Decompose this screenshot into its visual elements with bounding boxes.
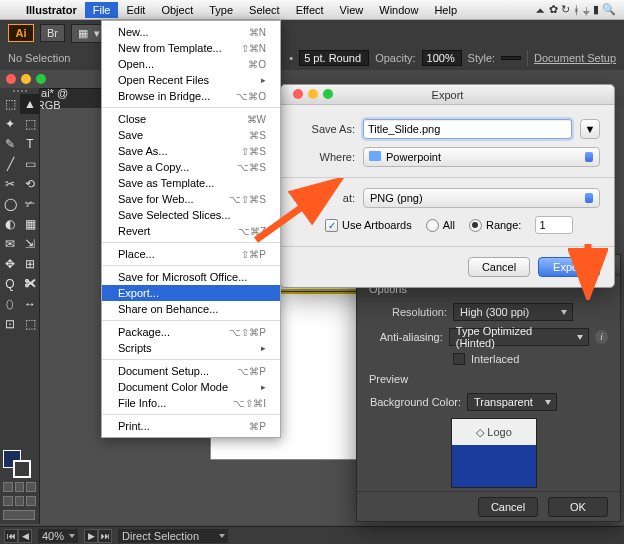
menu-window[interactable]: Window	[371, 2, 426, 18]
file-menu-item[interactable]: Print...⌘P	[102, 418, 280, 434]
png-ok-button[interactable]: OK	[548, 497, 608, 517]
tool-button[interactable]: ✃	[20, 194, 40, 214]
document-setup-link[interactable]: Document Setup	[534, 52, 616, 64]
tool-button[interactable]: ⊡	[0, 314, 20, 334]
tool-button[interactable]: ✎	[0, 134, 20, 154]
file-menu-item[interactable]: Share on Behance...	[102, 301, 280, 317]
file-menu-item[interactable]: New from Template...⇧⌘N	[102, 40, 280, 56]
tray-spotlight-icon[interactable]: 🔍	[602, 3, 616, 16]
app-name[interactable]: Illustrator	[18, 2, 85, 18]
stroke-profile-select[interactable]: 5 pt. Round	[299, 50, 369, 66]
tool-button[interactable]: ◐	[0, 214, 20, 234]
dialog-close-icon[interactable]	[293, 89, 303, 99]
tool-button[interactable]: ⬚	[0, 94, 20, 114]
file-menu-item[interactable]: Browse in Bridge...⌥⌘O	[102, 88, 280, 104]
tool-button[interactable]: ✂	[0, 174, 20, 194]
range-radio[interactable]: Range:	[469, 219, 521, 232]
close-window-icon[interactable]	[6, 74, 16, 84]
save-as-input[interactable]	[363, 119, 572, 139]
tool-button[interactable]: ⊞	[20, 254, 40, 274]
dialog-zoom-icon[interactable]	[323, 89, 333, 99]
info-icon[interactable]: i	[595, 330, 608, 344]
artboard-navigation[interactable]: ⏮◀	[4, 529, 32, 543]
resolution-select[interactable]: High (300 ppi)	[453, 303, 573, 321]
minimize-window-icon[interactable]	[21, 74, 31, 84]
tool-button[interactable]: ⬚	[20, 114, 40, 134]
menu-help[interactable]: Help	[426, 2, 465, 18]
resolution-label: Resolution:	[369, 306, 447, 318]
file-menu-item[interactable]: Scripts	[102, 340, 280, 356]
expand-dialog-button[interactable]: ▼	[580, 119, 600, 139]
current-tool-display[interactable]: Direct Selection	[118, 529, 228, 543]
tool-button[interactable]: ▭	[20, 154, 40, 174]
file-menu-item[interactable]: Document Color Mode	[102, 379, 280, 395]
tool-button[interactable]: ✦	[0, 114, 20, 134]
tool-button[interactable]: ╱	[0, 154, 20, 174]
artboard-navigation-2[interactable]: ▶⏭	[84, 529, 112, 543]
file-menu-item[interactable]: New...⌘N	[102, 24, 280, 40]
draw-inside-icon[interactable]	[26, 496, 36, 506]
tool-button[interactable]: ▦	[20, 214, 40, 234]
fill-stroke-swatches[interactable]	[0, 446, 39, 524]
file-menu-item[interactable]: Save a Copy...⌥⌘S	[102, 159, 280, 175]
file-menu-item[interactable]: Close⌘W	[102, 111, 280, 127]
opacity-field[interactable]: 100%	[422, 50, 462, 66]
tray-dropbox-icon[interactable]: ⏶	[535, 4, 546, 16]
file-menu-item[interactable]: Place...⇧⌘P	[102, 246, 280, 262]
menu-view[interactable]: View	[332, 2, 372, 18]
file-menu-item[interactable]: File Info...⌥⇧⌘I	[102, 395, 280, 411]
tool-button[interactable]: ✀	[20, 274, 40, 294]
zoom-level-select[interactable]: 40%	[38, 529, 78, 543]
interlaced-checkbox[interactable]	[453, 353, 465, 365]
tool-button[interactable]: ↔	[20, 294, 40, 314]
file-menu-item[interactable]: Package...⌥⇧⌘P	[102, 324, 280, 340]
bgcolor-select[interactable]: Transparent	[467, 393, 557, 411]
tool-button[interactable]: ◯	[0, 194, 20, 214]
tray-sync-icon[interactable]: ↻	[561, 3, 570, 16]
file-menu-item[interactable]: Open...⌘O	[102, 56, 280, 72]
dialog-minimize-icon[interactable]	[308, 89, 318, 99]
tray-flower-icon[interactable]: ✿	[549, 3, 558, 16]
bridge-button[interactable]: Br	[40, 24, 65, 42]
draw-behind-icon[interactable]	[15, 496, 25, 506]
color-mode-icon[interactable]	[3, 482, 13, 492]
zoom-window-icon[interactable]	[36, 74, 46, 84]
file-menu-item[interactable]: Save As...⇧⌘S	[102, 143, 280, 159]
tool-button[interactable]: Q	[0, 274, 20, 294]
menu-object[interactable]: Object	[153, 2, 201, 18]
tool-button[interactable]: ⟲	[20, 174, 40, 194]
tool-button[interactable]: ⬯	[0, 294, 20, 314]
draw-normal-icon[interactable]	[3, 496, 13, 506]
file-menu-item[interactable]: Save for Microsoft Office...	[102, 269, 280, 285]
menu-file[interactable]: File	[85, 2, 119, 18]
file-menu-item[interactable]: Export...	[102, 285, 280, 301]
all-radio[interactable]: All	[426, 219, 455, 232]
tray-battery-icon[interactable]: ▮	[593, 3, 599, 16]
file-menu-item[interactable]: Save⌘S	[102, 127, 280, 143]
tool-button[interactable]: ✥	[0, 254, 20, 274]
screen-mode-button[interactable]	[3, 510, 35, 520]
gradient-mode-icon[interactable]	[15, 482, 25, 492]
style-select[interactable]	[501, 56, 521, 60]
tool-button[interactable]: ✉	[0, 234, 20, 254]
png-cancel-button[interactable]: Cancel	[478, 497, 538, 517]
menu-edit[interactable]: Edit	[118, 2, 153, 18]
tool-button[interactable]: ⇲	[20, 234, 40, 254]
tool-button[interactable]: T	[20, 134, 40, 154]
tray-wifi-icon[interactable]: ⏚	[583, 4, 590, 16]
menu-effect[interactable]: Effect	[288, 2, 332, 18]
format-select[interactable]: PNG (png)	[363, 188, 600, 208]
menu-type[interactable]: Type	[201, 2, 241, 18]
tray-bluetooth-icon[interactable]: ᚼ	[573, 4, 580, 16]
tool-button[interactable]: ▲	[20, 94, 40, 114]
where-select[interactable]: Powerpoint	[363, 147, 600, 167]
file-menu-item[interactable]: Open Recent Files	[102, 72, 280, 88]
range-input[interactable]	[535, 216, 573, 234]
export-cancel-button[interactable]: Cancel	[468, 257, 530, 277]
stroke-swatch[interactable]	[13, 460, 31, 478]
menu-select[interactable]: Select	[241, 2, 288, 18]
file-menu-item[interactable]: Document Setup...⌥⌘P	[102, 363, 280, 379]
antialiasing-select[interactable]: Type Optimized (Hinted)	[449, 328, 589, 346]
tool-button[interactable]: ⬚	[20, 314, 40, 334]
none-mode-icon[interactable]	[26, 482, 36, 492]
